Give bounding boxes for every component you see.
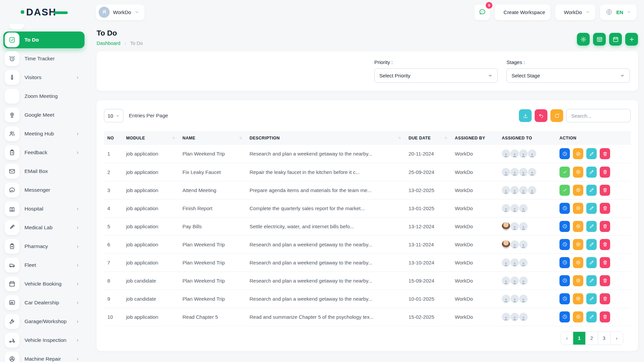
- page-prev[interactable]: ‹: [561, 332, 573, 345]
- due-date-cell: 25-09-2024: [405, 163, 451, 181]
- person-icon: [503, 171, 509, 176]
- reset-button[interactable]: [535, 109, 547, 122]
- view-action-button[interactable]: [573, 221, 583, 232]
- due-date-cell: 20-11-2024: [405, 145, 451, 163]
- sidebar-item-visitors[interactable]: Visitors: [3, 69, 85, 86]
- sidebar-item-vehicle-booking[interactable]: Vehicle Booking: [3, 276, 85, 292]
- view-action-button[interactable]: [573, 257, 583, 268]
- chat-smile-icon: [9, 187, 15, 193]
- column-header-name[interactable]: NAME: [179, 131, 246, 145]
- page-1[interactable]: 1: [573, 332, 586, 345]
- column-header-due-date[interactable]: DUE DATE: [405, 131, 451, 145]
- delete-action-button[interactable]: [600, 257, 610, 268]
- sidebar-item-medical-lab[interactable]: Medical Lab: [3, 219, 85, 236]
- complete-action-button[interactable]: [559, 167, 570, 178]
- timer-action-button[interactable]: [559, 239, 570, 250]
- timer-action-button[interactable]: [559, 203, 570, 214]
- view-action-button[interactable]: [573, 167, 583, 178]
- entries-per-page-select[interactable]: 10: [104, 109, 123, 122]
- delete-action-button[interactable]: [600, 311, 610, 322]
- sidebar-item-machine-repair[interactable]: Machine Repair: [3, 351, 85, 362]
- sidebar-item-garage-workshop[interactable]: Garage/Workshop: [3, 313, 85, 330]
- refresh-button[interactable]: [550, 109, 563, 122]
- view-action-button[interactable]: [573, 293, 583, 304]
- person-icon: [521, 189, 526, 194]
- sidebar-item-email-box[interactable]: EMail Box: [3, 163, 85, 180]
- search-input[interactable]: [566, 109, 631, 122]
- page-2[interactable]: 2: [586, 332, 598, 345]
- trash-icon: [602, 260, 608, 265]
- description-cell: Read and summarize Chapter 5 of the psyc…: [246, 308, 405, 326]
- page-next[interactable]: ›: [610, 332, 623, 345]
- view-action-button[interactable]: [573, 275, 583, 286]
- workspace-switcher[interactable]: WorkDo: [96, 4, 145, 20]
- complete-action-button[interactable]: [559, 185, 570, 196]
- clock-icon: [562, 205, 568, 211]
- person-icon: [503, 189, 509, 194]
- delete-action-button[interactable]: [600, 239, 610, 250]
- breadcrumb-dashboard-link[interactable]: Dashboard: [97, 41, 120, 46]
- view-action-button[interactable]: [573, 311, 583, 322]
- edit-action-button[interactable]: [586, 185, 597, 196]
- module-cell: job application: [123, 181, 179, 199]
- delete-action-button[interactable]: [600, 221, 610, 232]
- language-selector[interactable]: EN: [600, 4, 637, 20]
- settings-button[interactable]: [577, 33, 590, 46]
- edit-action-button[interactable]: [586, 148, 597, 159]
- delete-action-button[interactable]: [600, 293, 610, 304]
- edit-action-button[interactable]: [586, 221, 597, 232]
- notifications-button[interactable]: 0: [474, 4, 490, 20]
- assignee-avatar: [502, 277, 510, 285]
- view-action-button[interactable]: [573, 239, 583, 250]
- sidebar-item-hospital[interactable]: Hospital: [3, 200, 85, 217]
- sidebar-item-car-dealership[interactable]: Car Dealership: [3, 294, 85, 311]
- column-header-description[interactable]: DESCRIPTION: [246, 131, 405, 145]
- edit-action-button[interactable]: [586, 293, 597, 304]
- timer-action-button[interactable]: [559, 275, 570, 286]
- add-todo-button[interactable]: [625, 33, 638, 46]
- assignee-avatar: [519, 204, 528, 213]
- grid-view-button[interactable]: [593, 33, 606, 46]
- row-number: 7: [104, 253, 123, 272]
- priority-select[interactable]: Select Priority: [374, 68, 498, 83]
- sidebar-item-vehicle-inspection[interactable]: Vehicle Inspection: [3, 332, 85, 349]
- delete-action-button[interactable]: [600, 167, 610, 178]
- sidebar-item-messenger[interactable]: Messenger: [3, 182, 85, 198]
- sidebar-item-pharmacy[interactable]: Pharmacy: [3, 238, 85, 255]
- sidebar-item-zoom-meeting[interactable]: Zoom Meeting: [3, 88, 85, 105]
- calendar-view-button[interactable]: [609, 33, 622, 46]
- edit-action-button[interactable]: [586, 311, 597, 322]
- timer-action-button[interactable]: [559, 257, 570, 268]
- workdo-menu-button[interactable]: WorkDo: [555, 4, 595, 20]
- edit-action-button[interactable]: [586, 203, 597, 214]
- sidebar-item-feedback[interactable]: Feedback: [3, 144, 85, 161]
- sidebar-item-google-meet[interactable]: Google Meet: [3, 107, 85, 123]
- delete-action-button[interactable]: [600, 275, 610, 286]
- timer-action-button[interactable]: [559, 293, 570, 304]
- delete-action-button[interactable]: [600, 185, 610, 196]
- action-buttons: [559, 257, 627, 268]
- export-button[interactable]: [519, 109, 532, 122]
- view-action-button[interactable]: [573, 185, 583, 196]
- sidebar-item-fleet[interactable]: Fleet: [3, 257, 85, 274]
- view-action-button[interactable]: [573, 203, 583, 214]
- create-workspace-button[interactable]: Create Workspace: [495, 4, 550, 20]
- delete-action-button[interactable]: [600, 203, 610, 214]
- edit-action-button[interactable]: [586, 167, 597, 178]
- edit-action-button[interactable]: [586, 257, 597, 268]
- edit-action-button[interactable]: [586, 239, 597, 250]
- view-action-button[interactable]: [573, 148, 583, 159]
- timer-action-button[interactable]: [559, 311, 570, 322]
- sidebar-item-to-do[interactable]: To Do: [3, 32, 85, 48]
- timer-action-button[interactable]: [559, 221, 570, 232]
- column-header-module[interactable]: MODULE: [123, 131, 179, 145]
- timer-action-button[interactable]: [559, 148, 570, 159]
- delete-action-button[interactable]: [600, 148, 610, 159]
- assignee-avatar: [511, 149, 519, 158]
- gear-icon: [580, 36, 587, 43]
- sidebar-item-time-tracker[interactable]: Time Tracker: [3, 50, 85, 67]
- stage-select[interactable]: Select Stage: [506, 68, 630, 83]
- page-3[interactable]: 3: [598, 332, 610, 345]
- edit-action-button[interactable]: [586, 275, 597, 286]
- sidebar-item-meeting-hub[interactable]: Meeting Hub: [3, 125, 85, 142]
